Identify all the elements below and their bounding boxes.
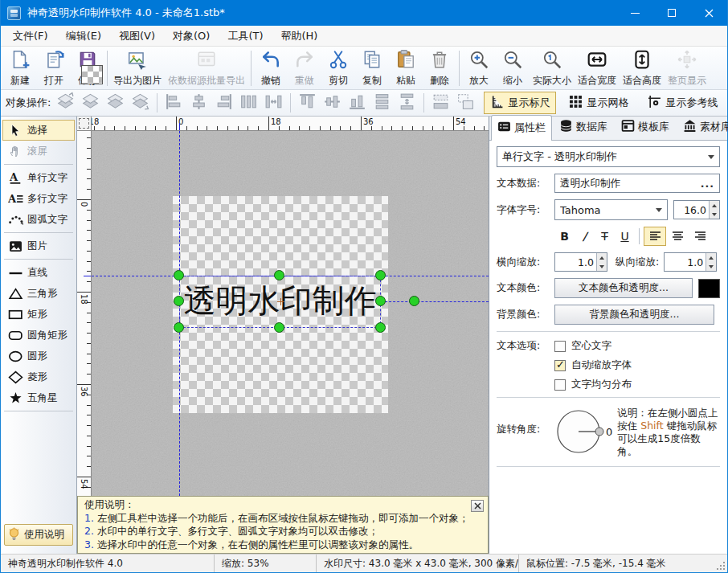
strikethrough-button[interactable]: Ŧ (595, 227, 615, 246)
tab-templates[interactable]: 模板库 (615, 114, 676, 140)
watermark-text-object[interactable]: 透明水印制作 (179, 274, 381, 327)
show-grid-toggle[interactable]: 显示网格 (562, 92, 635, 114)
align-text-right-button[interactable] (689, 227, 711, 246)
selection-handle[interactable] (274, 322, 284, 333)
help-close-button[interactable] (471, 500, 484, 512)
multi-line-text-tool[interactable]: A多行文字 (2, 188, 75, 209)
open-button[interactable]: 打开 (37, 48, 71, 88)
text-color-swatch[interactable] (698, 279, 720, 298)
single-line-text-tool[interactable]: A单行文字 (2, 167, 75, 188)
rounded-rectangle-tool[interactable]: 圆角矩形 (2, 325, 75, 346)
tab-database[interactable]: 数据库 (553, 114, 614, 140)
arc-text-tool[interactable]: 圆弧文字 (2, 209, 75, 230)
zoom-in-icon (468, 49, 489, 72)
delete-button[interactable]: 删除 (423, 48, 456, 88)
underline-button[interactable]: U (615, 227, 635, 246)
spinner-arrows[interactable] (596, 253, 607, 271)
auto-scale-font-checkbox[interactable] (554, 360, 566, 371)
star-icon (7, 391, 23, 405)
fit-width-button[interactable]: 适合宽度 (575, 48, 620, 88)
minimize-button[interactable] (616, 0, 653, 26)
resize-grip[interactable] (717, 562, 725, 570)
text-data-input[interactable]: 透明水印制作 ... (554, 174, 720, 193)
redo-button: 重做 (288, 48, 321, 88)
zoom-in-button[interactable]: 放大 (462, 48, 496, 88)
font-family-dropdown[interactable]: Tahoma (554, 199, 668, 220)
rotation-guide-line (381, 301, 489, 302)
tab-materials[interactable]: 素材库 (677, 114, 728, 140)
ruler-tick (87, 456, 91, 456)
font-size-spinner[interactable]: 16.0 (673, 200, 720, 219)
arrow-up-icon (709, 256, 714, 260)
selection-handle[interactable] (274, 270, 284, 280)
selection-handle[interactable] (174, 296, 184, 306)
fit-height-button[interactable]: 适合高度 (620, 48, 665, 88)
fit-height-icon (632, 49, 652, 72)
paste-button[interactable]: 粘贴 (389, 48, 423, 88)
object-selector-dropdown[interactable]: 单行文字 - 透明水印制作 (497, 146, 720, 167)
delete-icon (429, 49, 450, 72)
tab-properties[interactable]: 属性栏 (491, 115, 552, 141)
bg-color-button[interactable]: 背景颜色和透明度... (554, 305, 714, 325)
actual-size-button[interactable]: 实际大小 (530, 48, 575, 88)
rotation-handle[interactable] (409, 296, 419, 306)
menu-object[interactable]: 对象(O) (164, 26, 219, 47)
select-tool[interactable]: 选择 (2, 120, 75, 141)
rectangle-tool[interactable]: 矩形 (2, 304, 75, 325)
image-tool[interactable]: 图片 (2, 235, 75, 256)
align-text-left-button[interactable] (644, 227, 666, 246)
selection-handle[interactable] (174, 322, 184, 333)
menu-help[interactable]: 帮助(H) (272, 26, 327, 47)
copy-button[interactable]: 复制 (355, 48, 389, 88)
new-button[interactable]: 新建 (3, 48, 37, 88)
selection-handle[interactable] (375, 322, 386, 333)
spinner-arrows[interactable] (709, 201, 719, 219)
h-scale-spinner[interactable]: 1.0 (554, 252, 607, 272)
circle-tool[interactable]: 圆形 (2, 346, 75, 366)
bold-button[interactable]: B (554, 227, 575, 246)
ruler-tick (87, 322, 91, 323)
align-text-center-button[interactable] (666, 227, 689, 246)
canvas[interactable]: 透明水印制作 (92, 131, 489, 496)
selection-handle[interactable] (375, 296, 386, 306)
text-color-button[interactable]: 文本颜色和透明度... (554, 278, 693, 298)
italic-button[interactable]: ∕ (575, 227, 595, 246)
triangle-tool[interactable]: 三角形 (2, 283, 75, 304)
menu-tools[interactable]: 工具(T) (219, 26, 272, 47)
selection-handle[interactable] (375, 270, 386, 280)
scroll-tool: 滚屏 (2, 141, 75, 162)
align-middle-button (321, 92, 344, 114)
rotation-knob[interactable] (595, 428, 603, 436)
menu-file[interactable]: 文件(F) (4, 26, 57, 47)
font-label: 字体字号: (497, 203, 554, 217)
ruler-tick (87, 158, 91, 159)
diamond-tool[interactable]: 菱形 (2, 366, 75, 387)
align-left-g-icon (164, 92, 184, 114)
show-guides-toggle[interactable]: 显示参考线 (641, 92, 724, 114)
zoom-out-button[interactable]: 缩小 (496, 48, 530, 88)
selection-handle[interactable] (174, 270, 184, 280)
line-tool[interactable]: 直线 (2, 262, 75, 283)
show-ruler-toggle[interactable]: 显示标尺 (484, 92, 556, 114)
menu-view[interactable]: 视图(V) (110, 26, 164, 47)
export-image-button[interactable]: 导出为图片 (110, 48, 165, 88)
star-tool[interactable]: 五角星 (2, 387, 75, 408)
text-data-more-button[interactable]: ... (701, 178, 714, 190)
ruler-tick (87, 415, 91, 415)
ruler-tick (77, 199, 91, 200)
ruler-tick (371, 126, 372, 130)
close-button[interactable] (690, 0, 727, 26)
cut-button[interactable]: 剪切 (321, 48, 355, 88)
maximize-button[interactable] (653, 0, 690, 26)
v-scale-spinner[interactable]: 1.0 (664, 252, 717, 272)
hollow-text-checkbox[interactable] (554, 341, 566, 352)
main-area: 选择滚屏A单行文字A多行文字圆弧文字图片直线三角形矩形圆角矩形圆形菱形五角星使用… (1, 117, 727, 554)
ruler-tick (207, 126, 207, 130)
rotation-dial[interactable] (554, 407, 604, 456)
usage-help-button[interactable]: 使用说明 (4, 524, 73, 546)
even-distribution-checkbox[interactable] (554, 379, 566, 391)
menu-edit[interactable]: 编辑(E) (57, 26, 110, 47)
spinner-arrows[interactable] (706, 253, 716, 271)
undo-button[interactable]: 撤销 (254, 48, 288, 88)
guide-position-mark (84, 276, 91, 276)
